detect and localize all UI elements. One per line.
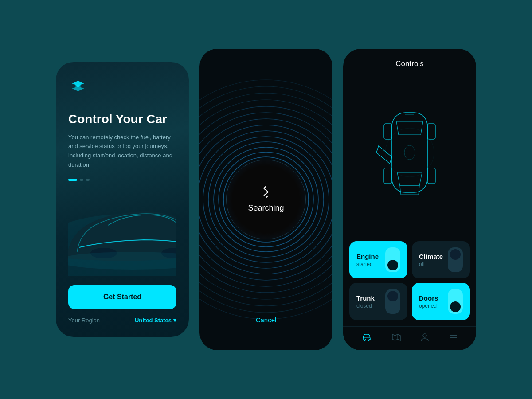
car-image: [68, 185, 176, 276]
bluetooth-center: Searching: [226, 160, 306, 239]
pagination-dots: [68, 179, 176, 181]
trunk-label: Trunk: [356, 294, 375, 302]
svg-rect-27: [384, 168, 392, 184]
climate-status: off: [419, 261, 443, 267]
doors-label: Doors: [419, 294, 438, 302]
engine-control[interactable]: Engine started: [349, 241, 407, 278]
svg-point-32: [385, 128, 434, 177]
svg-rect-28: [427, 168, 435, 184]
dot-1: [68, 179, 77, 181]
dot-3: [86, 179, 90, 181]
svg-rect-25: [384, 124, 392, 139]
region-label: Your Region: [68, 317, 100, 324]
controls-grid: Engine started Climate off: [343, 241, 476, 326]
svg-rect-26: [427, 124, 435, 139]
chevron-down-icon: ▾: [173, 317, 176, 324]
nav-car-icon[interactable]: [362, 333, 372, 344]
svg-point-31: [404, 145, 415, 160]
cancel-button[interactable]: Cancel: [256, 316, 277, 324]
engine-status: started: [356, 261, 379, 267]
dot-2: [80, 179, 83, 181]
bottom-nav: [343, 326, 476, 350]
searching-label: Searching: [248, 203, 284, 213]
car-top-view: [343, 73, 476, 241]
app-logo: [68, 80, 176, 112]
svg-point-5: [68, 252, 176, 270]
trunk-control[interactable]: Trunk closed: [349, 283, 407, 320]
trunk-status: closed: [356, 303, 375, 309]
nav-map-icon[interactable]: [391, 333, 401, 344]
doors-status: opened: [419, 303, 438, 309]
doors-control[interactable]: Doors opened: [412, 283, 470, 320]
onboarding-title: Control Your Car: [68, 112, 176, 127]
get-started-button[interactable]: Get Started: [68, 285, 176, 309]
controls-title: Controls: [343, 49, 476, 73]
engine-label: Engine: [356, 253, 379, 260]
controls-screen: Controls: [343, 49, 476, 350]
searching-screen: Searching Cancel: [200, 49, 332, 350]
climate-label: Climate: [419, 253, 443, 260]
svg-marker-1: [71, 84, 85, 91]
region-selector[interactable]: United States ▾: [135, 317, 176, 324]
region-value-text: United States: [135, 317, 172, 324]
bluetooth-icon: [262, 186, 270, 200]
onboarding-screen: Control Your Car You can remotely check …: [56, 62, 189, 337]
svg-rect-23: [392, 113, 427, 192]
svg-point-38: [423, 334, 426, 337]
nav-menu-icon[interactable]: [449, 333, 458, 344]
climate-control[interactable]: Climate off: [412, 241, 470, 278]
onboarding-description: You can remotely check the fuel, battery…: [68, 133, 176, 170]
nav-user-icon[interactable]: [421, 333, 429, 344]
